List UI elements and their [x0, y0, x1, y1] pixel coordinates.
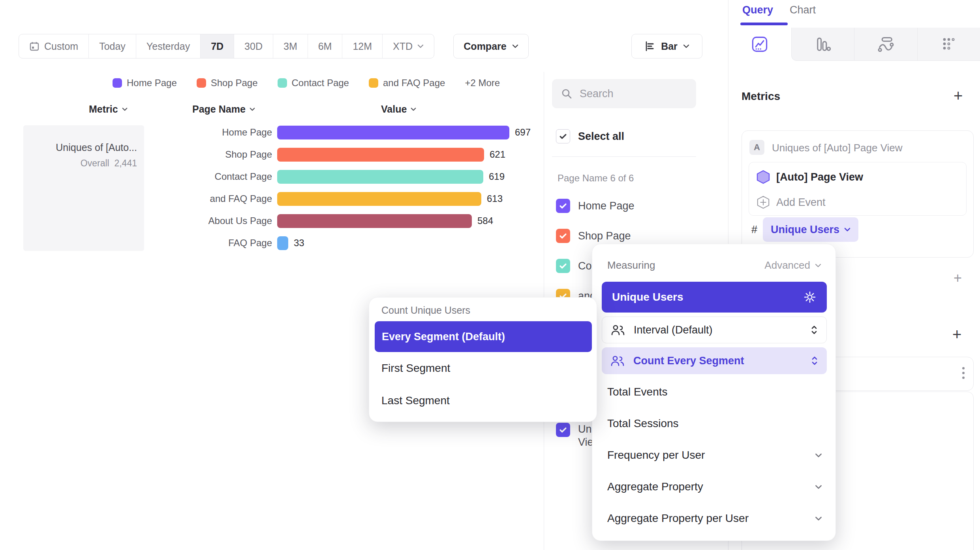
- date-range-group: Custom Today Yesterday 7D 30D 3M 6M 12M …: [19, 34, 434, 58]
- chevron-down-icon: [815, 264, 821, 267]
- search-box: [552, 79, 696, 108]
- stepper-icon[interactable]: [811, 325, 818, 335]
- bar-row: About Us Page 584: [0, 210, 544, 232]
- checkbox-checked[interactable]: [556, 259, 570, 273]
- date-range-12m[interactable]: 12M: [342, 34, 383, 58]
- tab-query[interactable]: Query: [742, 4, 773, 16]
- compare-button[interactable]: Compare: [453, 34, 529, 58]
- date-range-xtd[interactable]: XTD: [383, 34, 434, 58]
- add-filter-button[interactable]: +: [954, 271, 962, 285]
- date-range-today[interactable]: Today: [89, 34, 136, 58]
- measuring-option-total-sessions[interactable]: Total Sessions: [607, 417, 679, 430]
- search-icon: [561, 88, 573, 100]
- date-range-7d[interactable]: 7D: [201, 34, 234, 58]
- bar-and-faq-page[interactable]: [277, 192, 481, 206]
- measuring-option-aggregate-property-per-user[interactable]: Aggregate Property per User: [607, 512, 822, 525]
- filter-section-label: Page Name 6 of 6: [558, 173, 634, 184]
- date-range-custom[interactable]: Custom: [19, 34, 89, 58]
- chevron-down-icon: [411, 107, 416, 111]
- chevron-down-icon: [250, 107, 255, 111]
- filter-item-partially-hidden[interactable]: Unl Vie: [556, 423, 594, 449]
- add-breakdown-button[interactable]: +: [952, 326, 961, 342]
- column-header-metric[interactable]: Metric: [89, 104, 128, 115]
- legend-item[interactable]: Home Page: [113, 77, 177, 89]
- select-all-row[interactable]: Select all: [556, 129, 624, 143]
- date-range-30d[interactable]: 30D: [234, 34, 273, 58]
- measurement-chip[interactable]: Unique Users: [763, 217, 858, 242]
- checkbox-checked[interactable]: [556, 199, 570, 213]
- bar-home-page[interactable]: [277, 126, 509, 139]
- event-name[interactable]: [Auto] Page View: [776, 171, 863, 183]
- measuring-option-aggregate-property[interactable]: Aggregate Property: [607, 480, 822, 493]
- segment-option-first-segment[interactable]: First Segment: [381, 362, 450, 375]
- chevron-down-icon: [815, 485, 822, 489]
- legend-item[interactable]: Contact Page: [278, 77, 349, 89]
- segment-option-last-segment[interactable]: Last Segment: [381, 394, 450, 407]
- flows-icon: [877, 36, 894, 53]
- funnel-bars-icon: [814, 36, 832, 53]
- bar-row: and FAQ Page 613: [0, 188, 544, 210]
- legend-swatch: [197, 78, 206, 88]
- check-icon: [559, 203, 567, 209]
- column-header-page-name[interactable]: Page Name: [192, 104, 255, 115]
- legend-item[interactable]: Shop Page: [197, 77, 258, 89]
- chart-legend: Home Page Shop Page Contact Page and FAQ…: [113, 77, 500, 89]
- measuring-option-total-events[interactable]: Total Events: [607, 386, 668, 398]
- checkbox-checked[interactable]: [556, 229, 570, 243]
- checkbox-checked[interactable]: [556, 423, 570, 437]
- date-range-yesterday[interactable]: Yesterday: [136, 34, 201, 58]
- insights-report-page: Custom Today Yesterday 7D 30D 3M 6M 12M …: [0, 0, 980, 550]
- measuring-option-unique-users-selected[interactable]: Unique Users: [602, 282, 827, 313]
- filter-item-home-page[interactable]: Home Page: [556, 199, 635, 213]
- filter-item-shop-page[interactable]: Shop Page: [556, 229, 631, 243]
- more-options-icon[interactable]: [962, 367, 965, 379]
- legend-more[interactable]: +2 More: [465, 77, 500, 89]
- legend-swatch: [369, 78, 378, 88]
- tab-retention[interactable]: [917, 28, 980, 61]
- divider: [552, 156, 696, 157]
- gear-icon[interactable]: [803, 290, 817, 304]
- count-every-segment-selector[interactable]: Count Every Segment: [602, 347, 827, 374]
- event-hexagon-icon: [756, 170, 771, 185]
- measuring-option-frequency-per-user[interactable]: Frequency per User: [607, 449, 822, 461]
- interval-selector[interactable]: Interval (Default): [602, 316, 827, 343]
- legend-swatch: [113, 78, 122, 88]
- select-all-checkbox[interactable]: [556, 129, 570, 143]
- legend-swatch: [278, 78, 287, 88]
- bar-row: Contact Page 619: [0, 166, 544, 188]
- add-metric-button[interactable]: +: [954, 88, 963, 104]
- bar-shop-page[interactable]: [277, 148, 484, 162]
- chevron-down-icon: [815, 516, 822, 521]
- active-tab-indicator: [740, 23, 788, 25]
- tab-funnels[interactable]: [791, 28, 854, 61]
- tab-insights-active[interactable]: [728, 28, 791, 61]
- add-event-hexagon-icon: [756, 195, 770, 209]
- measuring-popover: Measuring Advanced Unique Users Interval…: [592, 244, 836, 541]
- column-header-value[interactable]: Value: [381, 104, 416, 115]
- bar-about-us-page[interactable]: [277, 214, 472, 228]
- legend-item[interactable]: and FAQ Page: [369, 77, 445, 89]
- add-event-button[interactable]: Add Event: [776, 196, 826, 209]
- metrics-section-title: Metrics: [742, 90, 780, 103]
- hash-symbol: #: [751, 224, 757, 236]
- chart-type-selector[interactable]: Bar: [631, 34, 702, 58]
- chevron-down-icon: [683, 44, 689, 48]
- stepper-icon[interactable]: [811, 356, 818, 366]
- measuring-title: Measuring: [607, 259, 655, 271]
- bar-faq-page[interactable]: [277, 236, 288, 250]
- segment-option-every-segment-selected[interactable]: Every Segment (Default): [375, 321, 592, 352]
- chevron-down-icon: [417, 44, 424, 48]
- bar-contact-page[interactable]: [277, 170, 483, 184]
- segment-popover: Count Unique Users Every Segment (Defaul…: [369, 297, 597, 422]
- tab-flows[interactable]: [854, 28, 917, 61]
- retention-dots-icon: [940, 36, 957, 53]
- advanced-dropdown[interactable]: Advanced: [764, 259, 821, 271]
- date-range-3m[interactable]: 3M: [273, 34, 308, 58]
- date-range-6m[interactable]: 6M: [308, 34, 343, 58]
- chevron-down-icon: [512, 44, 518, 48]
- metric-letter-badge: A: [749, 140, 764, 155]
- check-icon: [559, 233, 567, 239]
- chevron-down-icon: [122, 107, 128, 111]
- tab-chart[interactable]: Chart: [790, 4, 816, 16]
- search-input[interactable]: [579, 87, 691, 100]
